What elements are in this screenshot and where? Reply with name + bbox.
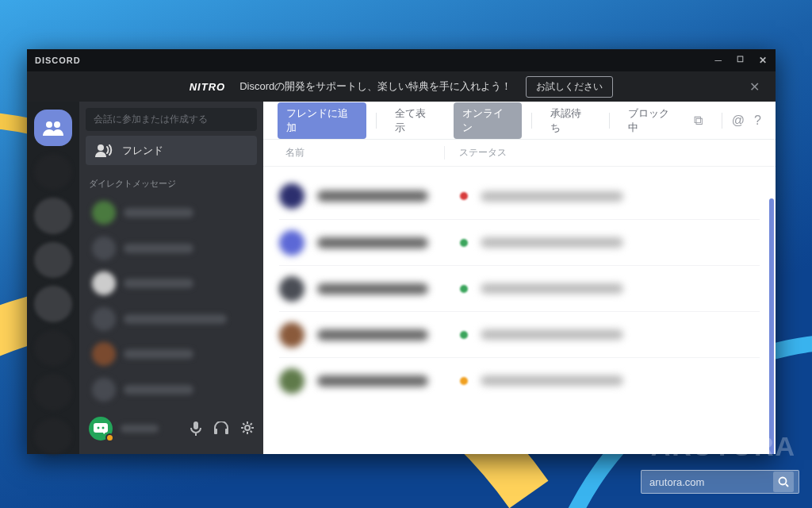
tab-blocked[interactable]: ブロック中 [619,102,688,139]
help-icon[interactable]: ? [754,114,761,128]
friend-row[interactable] [279,265,760,311]
friend-name [317,283,428,294]
status-dot-icon [460,192,468,200]
friend-status-text [481,283,623,294]
friend-status-text [481,237,623,248]
svg-point-2 [98,144,104,151]
server-item[interactable] [34,286,72,322]
friends-table-header: 名前 ステータス [263,140,776,167]
friend-status-text [481,375,623,386]
svg-rect-6 [214,429,217,434]
tab-all[interactable]: 全て表示 [386,102,444,139]
app-title: DISCORD [35,56,81,65]
friend-avatar [279,368,304,394]
dm-item[interactable] [86,198,257,229]
self-name [121,425,159,433]
conversation-search-input[interactable]: 会話に参加または作成する [86,108,257,131]
friend-avatar [279,183,304,209]
self-avatar[interactable] [89,417,113,441]
tab-add-friend[interactable]: フレンドに追加 [278,102,366,139]
server-item[interactable] [34,154,72,190]
server-item[interactable] [34,198,72,234]
search-icon[interactable] [773,471,794,492]
svg-point-4 [102,427,105,429]
home-button[interactable] [34,110,72,146]
dm-item[interactable] [86,375,257,406]
desktop-search-widget[interactable]: arutora.com [641,470,799,494]
friend-row[interactable] [279,173,760,219]
dm-item[interactable] [86,339,257,370]
friend-status-text [481,329,623,340]
status-dot-icon [460,239,468,247]
friend-status-text [481,191,623,202]
server-rail [27,102,79,454]
friend-name [317,190,428,202]
dm-item[interactable] [86,304,257,335]
nitro-notice-text: Discordの開発をサポートし、楽しい特典を手に入れよう！ [239,79,511,94]
svg-point-0 [46,121,52,128]
dm-item[interactable] [86,268,257,299]
server-item[interactable] [34,418,72,455]
friends-nav-button[interactable]: フレンド [86,136,257,165]
friend-row[interactable] [279,311,760,357]
friend-avatar [279,230,304,256]
mentions-icon[interactable]: @ [732,114,745,128]
svg-rect-5 [193,421,198,429]
discord-window: DISCORD ─ ☐ ✕ NITRO Discordの開発をサポートし、楽しい… [27,49,776,454]
discord-logo-icon [94,423,108,434]
notice-close-icon[interactable]: ✕ [749,79,760,94]
user-footer [86,410,257,448]
nitro-notice-bar: NITRO Discordの開発をサポートし、楽しい特典を手に入れよう！ お試し… [27,71,776,102]
maximize-button[interactable]: ☐ [737,55,745,66]
svg-line-10 [786,484,788,487]
dm-section-header: ダイレクトメッセージ [89,178,254,190]
svg-point-1 [54,121,60,128]
status-dot-icon [460,285,468,293]
friends-icon [43,120,63,136]
dm-item[interactable] [86,233,257,264]
nitro-cta-button[interactable]: お試しください [526,76,613,98]
svg-point-3 [98,427,100,429]
friend-row[interactable] [279,357,760,403]
friends-list [263,167,776,454]
tab-pending[interactable]: 承認待ち [542,102,599,139]
nitro-brand: NITRO [190,81,225,93]
tab-online[interactable]: オンライン [454,102,522,139]
mute-mic-icon[interactable] [190,421,201,436]
window-controls: ─ ☐ ✕ [714,55,768,66]
column-status: ステータス [444,146,760,160]
friend-avatar [279,322,304,348]
svg-rect-7 [225,429,228,434]
friend-avatar [279,276,304,302]
status-dot-icon [460,377,468,385]
friend-row[interactable] [279,219,760,265]
server-item[interactable] [34,242,72,279]
popout-icon[interactable]: ⧉ [694,114,703,128]
column-name: 名前 [285,146,444,160]
scrollbar-thumb[interactable] [769,198,774,454]
friend-name [317,237,428,248]
friend-name [317,375,428,387]
search-placeholder: 会話に参加または作成する [94,113,208,126]
close-button[interactable]: ✕ [759,55,768,66]
main-panel: フレンドに追加 全て表示 オンライン 承認待ち ブロック中 ⧉ @ ? 名前 ス… [263,102,776,454]
desktop-search-text: arutora.com [649,476,704,488]
settings-gear-icon[interactable] [241,421,254,436]
titlebar: DISCORD ─ ☐ ✕ [27,49,776,71]
svg-point-9 [779,478,787,485]
friend-name [317,329,428,341]
friends-tabs: フレンドに追加 全て表示 オンライン 承認待ち ブロック中 ⧉ @ ? [263,102,776,140]
friends-nav-label: フレンド [122,144,163,158]
svg-point-8 [245,425,250,430]
dm-sidebar: 会話に参加または作成する フレンド ダイレクトメッセージ [79,102,263,454]
server-item[interactable] [34,374,72,410]
person-wave-icon [95,144,113,157]
server-item[interactable] [34,330,72,367]
minimize-button[interactable]: ─ [714,55,722,66]
deafen-headphones-icon[interactable] [214,421,228,436]
status-dot-icon [460,331,468,339]
